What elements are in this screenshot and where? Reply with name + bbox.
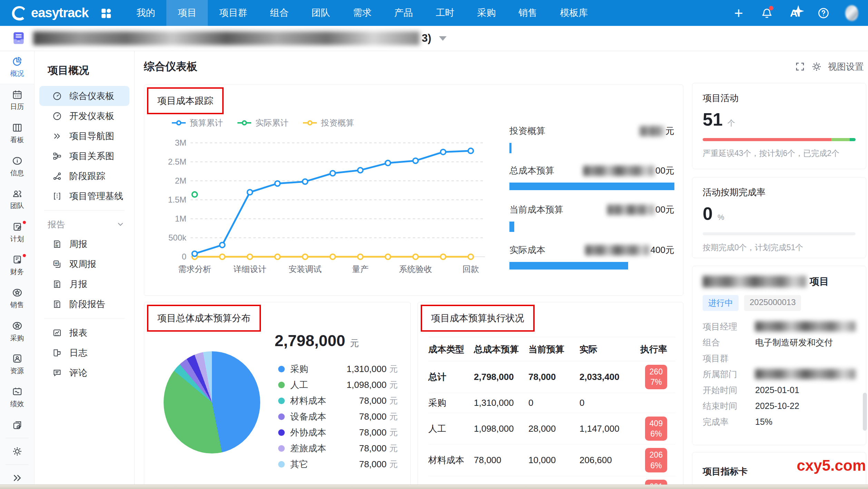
stat-bar-track: [509, 143, 674, 153]
audit-icon: [12, 420, 22, 430]
sidebar-item-15[interactable]: 评论: [39, 363, 129, 383]
chevron-down-icon: [116, 220, 125, 228]
svg-text:2.5M: 2.5M: [168, 157, 186, 166]
sidebar-item-4[interactable]: 阶段跟踪: [39, 166, 129, 186]
pie-legend-row-4[interactable]: 外协成本78,000元: [278, 424, 398, 440]
pie-legend-value: 78,000: [359, 395, 387, 406]
nav-item-10[interactable]: 模板库: [548, 0, 599, 26]
pie-legend-row-3[interactable]: 设备成本78,000元: [278, 409, 398, 424]
table-cell-total: 1,310,000: [474, 398, 528, 408]
pie-legend-value: 1,098,000: [347, 380, 387, 390]
apps-grid-icon[interactable]: [100, 7, 112, 19]
activity-count: 51 个: [703, 109, 856, 130]
completion-value-unit: %: [718, 213, 724, 222]
budget-pie-chart: [164, 351, 260, 453]
gear-icon[interactable]: [811, 61, 822, 72]
legend-item-0[interactable]: 预算累计: [171, 117, 223, 128]
budget-total-value: 2,798,000: [275, 332, 345, 350]
project-title-blurred: [703, 276, 806, 287]
rail-item-销售[interactable]: 销售: [0, 282, 34, 315]
rail-item-label: 概况: [10, 69, 24, 78]
vertical-scrollbar-thumb[interactable]: [863, 393, 867, 431]
rail-item-计划[interactable]: 计划: [0, 216, 34, 249]
sidebar-item-14[interactable]: 日志: [39, 343, 129, 363]
user-avatar[interactable]: [845, 7, 858, 20]
sidebar-item-10[interactable]: M月报: [39, 274, 129, 294]
pie-legend-row-5[interactable]: 差旅成本78,000元: [278, 440, 398, 456]
legend-marker-icon: [171, 120, 186, 126]
project-field-label: 组合: [703, 337, 755, 348]
sidebar-group-reports[interactable]: 报告: [35, 215, 134, 234]
sidebar-item-9[interactable]: W双周报: [39, 254, 129, 274]
notifications-bell-button[interactable]: [760, 7, 773, 20]
create-plus-button[interactable]: +: [732, 7, 745, 20]
nav-item-7[interactable]: 工时: [424, 0, 466, 26]
rail-item-label: 财务: [10, 267, 24, 276]
sidebar-item-0[interactable]: 综合仪表板: [39, 86, 129, 106]
plus-icon: +: [734, 7, 743, 20]
rail-item-看板[interactable]: 看板: [0, 117, 34, 150]
nav-item-5[interactable]: 需求: [341, 0, 383, 26]
project-fields: 项目经理组合电子制造研发和交付项目群所属部门开始时间2025-01-01结束时间…: [703, 319, 856, 430]
table-cell-rate: 4096%: [640, 417, 675, 441]
table-cell-rate: 2607%: [640, 365, 675, 389]
pie-legend-label: 差旅成本: [290, 442, 359, 454]
activity-card-title: 项目活动: [703, 92, 856, 104]
rail-item-settings-gear-icon[interactable]: [0, 440, 34, 462]
table-row-3[interactable]: 材料成本78,00010,000206,6002066%: [428, 444, 675, 476]
sidebar-item-8[interactable]: W周报: [39, 234, 129, 254]
table-row-0[interactable]: 总计2,798,00078,0002,033,4002607%: [428, 361, 675, 393]
rail-item-采购[interactable]: 采购: [0, 315, 34, 348]
pie-legend-row-2[interactable]: 材料成本78,000元: [278, 393, 398, 409]
nav-item-8[interactable]: 采购: [466, 0, 507, 26]
rail-item-日历[interactable]: 日历: [0, 84, 34, 117]
stat-value-visible: 00元: [655, 204, 674, 216]
sidebar-item-3[interactable]: 项目关系图: [39, 146, 129, 166]
sidebar-item-5[interactable]: 项目管理基线: [39, 186, 129, 206]
nav-item-6[interactable]: 产品: [383, 0, 424, 26]
rail-item-团队[interactable]: 团队: [0, 183, 34, 216]
table-row-2[interactable]: 人工1,098,00028,0001,147,0004096%: [428, 413, 675, 445]
rail-item-audit-icon[interactable]: [0, 414, 34, 436]
view-settings-label[interactable]: 视图设置: [828, 61, 864, 73]
fullscreen-icon[interactable]: [795, 61, 805, 72]
rail-item-概况[interactable]: 概况: [0, 51, 34, 84]
finance-icon: [12, 254, 22, 265]
stat-block-1: 总成本预算00元: [509, 165, 674, 190]
project-field-value-blurred: [755, 369, 856, 379]
nav-item-2[interactable]: 项目群: [208, 0, 259, 26]
easytrack-logo[interactable]: easytrack: [0, 5, 98, 21]
ai-assistant-button[interactable]: Ai: [789, 7, 802, 20]
nav-item-9[interactable]: 销售: [507, 0, 548, 26]
table-row-1[interactable]: 采购1,310,00000: [428, 393, 675, 413]
sidebar-item-2[interactable]: 项目导航图: [39, 126, 129, 146]
sidebar-item-13[interactable]: 报表: [39, 323, 129, 343]
pie-legend-row-1[interactable]: 人工1,098,000元: [278, 377, 398, 393]
help-button[interactable]: [817, 7, 830, 20]
sidebar-item-1[interactable]: 开发仪表板: [39, 106, 129, 126]
nav-item-0[interactable]: 我的: [125, 0, 166, 26]
nav-item-4[interactable]: 团队: [300, 0, 341, 26]
pie-legend-value: 78,000: [359, 443, 387, 454]
cost-tracking-title-redbox: 项目成本跟踪: [147, 87, 224, 114]
pie-legend-row-0[interactable]: 采购1,310,000元: [278, 361, 398, 377]
pie-legend-value: 78,000: [359, 411, 387, 422]
horizontal-scrollbar[interactable]: [0, 485, 868, 489]
project-field-value: 2025-01-01: [755, 385, 799, 395]
pie-legend-row-6[interactable]: 其它78,000元: [278, 456, 398, 472]
pie-legend-label: 外协成本: [290, 427, 359, 439]
project-field-label: 结束时间: [703, 400, 755, 412]
rail-item-资源[interactable]: 资源: [0, 348, 34, 381]
rail-item-绩效[interactable]: 绩效: [0, 381, 34, 414]
rail-item-信息[interactable]: 信息: [0, 150, 34, 183]
pie-legend-unit: 元: [389, 427, 398, 438]
nav-item-3[interactable]: 组合: [259, 0, 300, 26]
sidebar-item-11[interactable]: D阶段报告: [39, 294, 129, 314]
chevron-down-icon[interactable]: [439, 36, 447, 41]
legend-item-1[interactable]: 实际累计: [237, 117, 289, 128]
legend-item-label: 投资概算: [321, 117, 354, 128]
nav-item-1[interactable]: 项目: [166, 0, 208, 26]
legend-item-2[interactable]: 投资概算: [302, 117, 354, 128]
pie-legend-dot: [278, 382, 285, 388]
rail-item-财务[interactable]: 财务: [0, 249, 34, 282]
